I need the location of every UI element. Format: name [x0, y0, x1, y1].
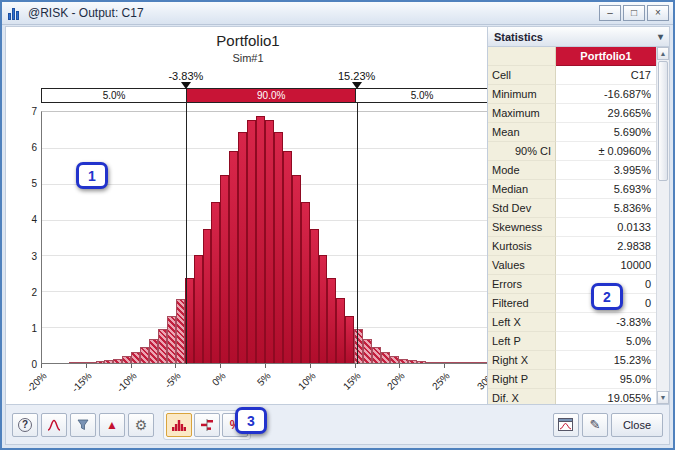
left-delimiter-line[interactable] [186, 103, 187, 364]
x-axis-label: 10% [280, 370, 317, 407]
chart-window-button[interactable] [553, 413, 579, 437]
histogram-bar [408, 360, 417, 363]
statistics-panel: Statistics ▾ Portfolio1CellC17Minimum-16… [487, 27, 669, 404]
stat-row: Minimum-16.687% [488, 85, 656, 104]
histogram-icon [172, 419, 186, 431]
right-delimiter-marker[interactable] [352, 82, 362, 89]
y-axis-label: 6 [21, 142, 37, 153]
histogram-view-button[interactable] [166, 413, 192, 437]
stat-label: Kurtosis [488, 237, 556, 256]
window-controls: – □ × [599, 5, 669, 21]
stat-label: Dif. X [488, 389, 556, 404]
callout-3: 3 [235, 407, 267, 434]
stat-label: Mode [488, 161, 556, 180]
scrollbar-thumb[interactable] [658, 61, 668, 181]
stat-label: Right P [488, 370, 556, 389]
statistics-scrollbar[interactable]: ▲ ▼ [656, 47, 669, 404]
histogram-bar [256, 116, 265, 363]
maximize-icon[interactable]: □ [623, 5, 645, 21]
histogram-bar [265, 120, 274, 363]
stat-value: 5.693% [556, 180, 656, 199]
histogram-bar [310, 229, 319, 363]
left-delimiter-marker[interactable] [181, 82, 191, 89]
y-axis-label: 2 [21, 287, 37, 298]
histogram-bar [336, 298, 345, 363]
right-delimiter-value[interactable]: 15.23% [338, 70, 375, 82]
stat-label: Right X [488, 351, 556, 370]
histogram-bar [78, 362, 87, 363]
stat-row: Maximum29.665% [488, 104, 656, 123]
x-axis-label: 20% [370, 370, 407, 407]
stat-value: -3.83% [556, 313, 656, 332]
chevron-down-icon[interactable]: ▾ [658, 31, 663, 42]
stat-row: Mean5.690% [488, 123, 656, 142]
tornado-view-button[interactable] [194, 413, 220, 437]
stat-label: Maximum [488, 104, 556, 123]
histogram-bar [113, 359, 122, 363]
histogram-bar [399, 359, 408, 363]
callout-2: 2 [591, 283, 623, 310]
stat-value: 2.9838 [556, 237, 656, 256]
stats-header-row: Portfolio1 [488, 47, 656, 66]
histogram-bar [319, 255, 328, 363]
x-axis-label: 0% [190, 370, 227, 407]
scroll-up-icon[interactable]: ▲ [657, 47, 669, 60]
close-icon[interactable]: × [647, 5, 669, 21]
stat-row: CellC17 [488, 66, 656, 85]
x-axis-label: -15% [56, 370, 93, 407]
minimize-icon[interactable]: – [599, 5, 621, 21]
y-axis-label: 0 [21, 359, 37, 370]
histogram-bar [122, 356, 131, 363]
histogram-bar [203, 229, 212, 363]
window-title: @RISK - Output: C17 [28, 6, 599, 20]
stat-label: Left X [488, 313, 556, 332]
histogram-bar [417, 361, 426, 363]
y-axis-label: 5 [21, 178, 37, 189]
settings-gear-icon: ⚙ [135, 417, 148, 433]
stat-value: 5.0% [556, 332, 656, 351]
stat-value: 19.055% [556, 389, 656, 404]
stat-row: Dif. X19.055% [488, 389, 656, 404]
titlebar[interactable]: @RISK - Output: C17 – □ × [2, 2, 673, 25]
app-icon [8, 7, 23, 20]
histogram-plot [41, 111, 489, 364]
stat-row: Left P5.0% [488, 332, 656, 351]
histogram-bar [229, 151, 238, 363]
overlay-distribution-icon: ▲ [106, 418, 118, 432]
distribution-curve-button[interactable] [41, 413, 67, 437]
stat-value: 29.665% [556, 104, 656, 123]
stat-row: Mode3.995% [488, 161, 656, 180]
left-delimiter-value[interactable]: -3.83% [168, 70, 203, 82]
histogram-bar [354, 329, 363, 363]
stat-label: 90% CI [488, 142, 556, 161]
histogram-bar [452, 362, 461, 363]
x-axis-label: -10% [101, 370, 138, 407]
statistics-panel-header[interactable]: Statistics ▾ [488, 27, 669, 47]
x-axis-tick [175, 364, 176, 368]
histogram-bar [390, 356, 399, 363]
stat-value: 15.23% [556, 351, 656, 370]
chart-subtitle: Sim#1 [6, 52, 490, 64]
x-axis-tick [86, 364, 87, 368]
stat-value: 3.995% [556, 161, 656, 180]
right-delimiter-line[interactable] [357, 103, 358, 364]
x-axis-tick [265, 364, 266, 368]
x-axis-label: -20% [11, 370, 48, 407]
tornado-icon [200, 419, 214, 431]
help-button[interactable]: ? [12, 413, 38, 437]
callout-1: 1 [76, 162, 108, 189]
histogram-bar [247, 120, 256, 363]
settings-button[interactable]: ⚙ [128, 413, 154, 437]
stat-row: Median5.693% [488, 180, 656, 199]
overlay-distribution-button[interactable]: ▲ [99, 413, 125, 437]
stat-value: C17 [556, 66, 656, 85]
stat-row: Filtered0 [488, 294, 656, 313]
help-icon: ? [18, 418, 32, 432]
scroll-down-icon[interactable]: ▼ [657, 391, 669, 404]
stat-row: Right X15.23% [488, 351, 656, 370]
filter-button[interactable] [70, 413, 96, 437]
y-axis-label: 7 [21, 106, 37, 117]
edit-button[interactable]: ✎ [582, 413, 608, 437]
stat-row: 90% CI± 0.0960% [488, 142, 656, 161]
close-button[interactable]: Close [611, 413, 663, 437]
